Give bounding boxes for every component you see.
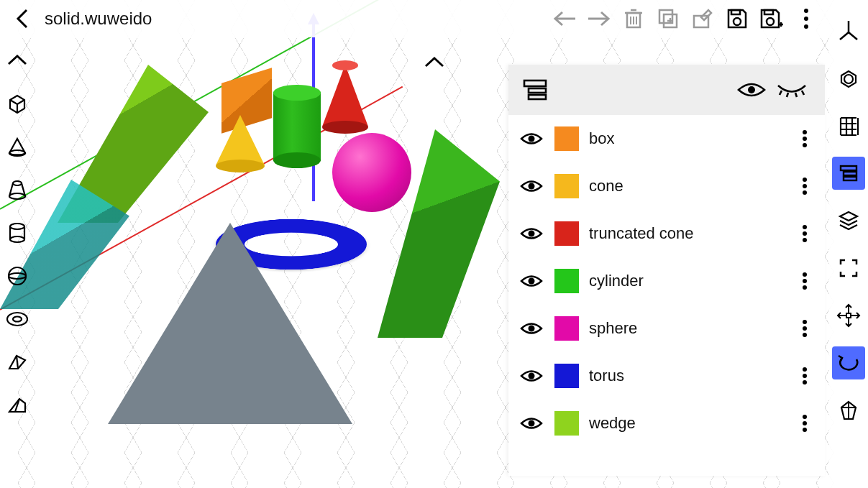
scene-truncated-cone[interactable] xyxy=(322,65,368,126)
object-row[interactable]: cylinder xyxy=(508,257,825,305)
svg-point-68 xyxy=(803,225,807,229)
object-list: box cone truncated cone cylinder xyxy=(508,115,825,476)
svg-rect-51 xyxy=(524,80,546,86)
truncated-cone-outline-icon[interactable] xyxy=(3,175,32,204)
object-list-header-icon xyxy=(521,78,731,102)
grid-icon[interactable] xyxy=(832,109,865,142)
fullscreen-icon[interactable] xyxy=(832,252,865,285)
row-more-icon[interactable] xyxy=(795,224,815,243)
svg-rect-43 xyxy=(844,177,856,180)
layers-icon[interactable] xyxy=(832,204,865,237)
svg-point-80 xyxy=(803,367,807,372)
svg-rect-44 xyxy=(846,313,851,318)
visibility-toggle[interactable] xyxy=(518,273,544,289)
scene-cone[interactable] xyxy=(216,115,265,165)
svg-point-66 xyxy=(803,190,807,195)
save-as-icon[interactable] xyxy=(754,1,789,36)
object-row[interactable]: truncated cone xyxy=(508,210,825,257)
svg-point-85 xyxy=(803,421,807,425)
svg-point-20 xyxy=(804,17,808,21)
svg-line-39 xyxy=(849,32,857,40)
svg-point-86 xyxy=(803,428,807,432)
svg-rect-42 xyxy=(844,172,856,175)
row-more-icon[interactable] xyxy=(795,129,815,148)
axes-icon[interactable] xyxy=(832,14,865,47)
edit-icon[interactable] xyxy=(685,1,720,36)
nav-forward-arrow-icon[interactable] xyxy=(582,1,616,36)
object-row[interactable]: wedge xyxy=(508,400,825,447)
row-more-icon[interactable] xyxy=(795,272,815,290)
svg-point-65 xyxy=(803,184,807,188)
row-more-icon[interactable] xyxy=(795,319,815,338)
object-row[interactable]: torus xyxy=(508,352,825,400)
svg-point-81 xyxy=(803,374,807,378)
svg-line-57 xyxy=(795,93,797,97)
cube-icon[interactable] xyxy=(3,89,32,118)
visibility-toggle[interactable] xyxy=(518,226,544,241)
svg-point-84 xyxy=(803,415,807,419)
menu-more-icon[interactable] xyxy=(789,1,823,36)
top-bar: solid.wuweido xyxy=(0,0,829,37)
delete-icon[interactable] xyxy=(616,1,651,36)
svg-point-31 xyxy=(9,267,26,285)
svg-point-19 xyxy=(804,9,808,13)
move-handles-icon[interactable] xyxy=(832,299,865,332)
svg-rect-52 xyxy=(529,88,546,93)
row-more-icon[interactable] xyxy=(795,367,815,385)
prism-icon[interactable] xyxy=(3,348,32,377)
nav-back-arrow-icon[interactable] xyxy=(547,1,582,36)
hide-all-button[interactable] xyxy=(772,70,812,110)
sphere-outline-icon[interactable] xyxy=(3,262,32,290)
svg-point-75 xyxy=(529,326,535,332)
cylinder-outline-icon[interactable] xyxy=(3,218,32,247)
svg-point-76 xyxy=(803,320,807,324)
cone-outline-icon[interactable] xyxy=(3,132,32,161)
svg-point-78 xyxy=(803,333,807,337)
svg-point-61 xyxy=(803,137,807,141)
file-title: solid.wuweido xyxy=(45,9,152,29)
object-row[interactable]: sphere xyxy=(508,305,825,352)
copy-icon[interactable] xyxy=(651,1,685,36)
svg-point-27 xyxy=(10,224,24,229)
scene-pyramid[interactable] xyxy=(108,223,352,424)
back-button[interactable] xyxy=(6,1,40,36)
svg-point-15 xyxy=(767,18,774,25)
save-icon[interactable] xyxy=(720,1,754,36)
collapse-up-icon[interactable] xyxy=(424,56,444,69)
object-row[interactable]: box xyxy=(508,115,825,162)
svg-rect-14 xyxy=(731,10,740,14)
transform-icon[interactable] xyxy=(832,394,865,427)
object-label: cone xyxy=(589,177,785,195)
object-row[interactable]: cone xyxy=(508,162,825,210)
row-more-icon[interactable] xyxy=(795,177,815,195)
row-more-icon[interactable] xyxy=(795,414,815,433)
svg-point-21 xyxy=(804,24,808,29)
visibility-toggle[interactable] xyxy=(518,178,544,194)
svg-point-67 xyxy=(529,231,535,237)
object-label: truncated cone xyxy=(589,224,785,243)
visibility-toggle[interactable] xyxy=(518,321,544,336)
color-swatch xyxy=(554,126,579,151)
svg-line-56 xyxy=(787,93,788,97)
object-list-panel: box cone truncated cone cylinder xyxy=(508,65,825,476)
svg-point-59 xyxy=(529,136,535,142)
color-swatch xyxy=(554,411,579,436)
svg-point-54 xyxy=(748,86,755,93)
svg-point-23 xyxy=(13,181,22,185)
torus-outline-icon[interactable] xyxy=(3,305,32,333)
visibility-toggle[interactable] xyxy=(518,131,544,147)
object-list-icon[interactable] xyxy=(832,157,865,190)
visibility-toggle[interactable] xyxy=(518,368,544,384)
isometric-icon[interactable] xyxy=(832,62,865,95)
show-all-button[interactable] xyxy=(731,70,772,110)
visibility-toggle[interactable] xyxy=(518,415,544,431)
object-label: sphere xyxy=(589,319,785,338)
svg-point-63 xyxy=(529,183,535,190)
wedge-outline-icon[interactable] xyxy=(3,391,32,420)
undo-rotate-icon[interactable] xyxy=(832,346,865,379)
collapse-up-icon[interactable] xyxy=(3,46,32,75)
svg-line-55 xyxy=(780,91,782,95)
svg-line-58 xyxy=(802,91,804,95)
scene-cylinder[interactable] xyxy=(273,92,321,161)
scene-sphere[interactable] xyxy=(332,133,411,212)
